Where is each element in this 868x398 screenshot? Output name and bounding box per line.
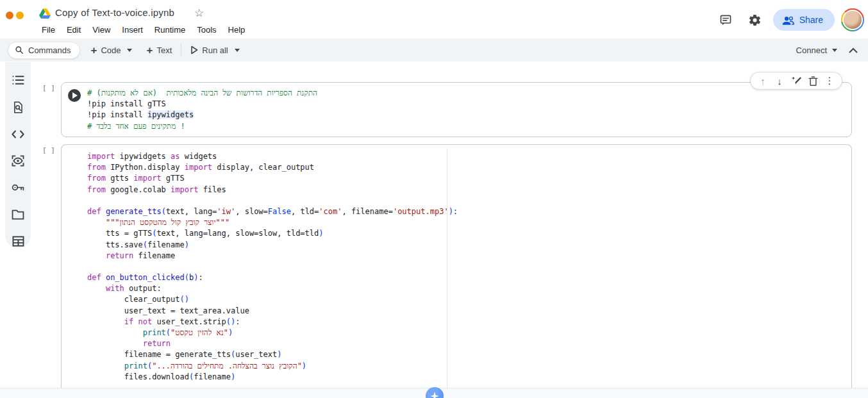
code-line: filename = generate_tts(user_text) bbox=[87, 349, 846, 360]
code-line bbox=[87, 195, 846, 206]
code-line: from IPython.display import display, cle… bbox=[87, 162, 846, 173]
secrets-key-icon[interactable] bbox=[11, 181, 25, 194]
commands-label: Commands bbox=[28, 46, 71, 55]
share-button-label: Share bbox=[799, 15, 823, 25]
code-line: files.download(filename) bbox=[87, 372, 846, 383]
menu-item-insert[interactable]: Insert bbox=[116, 23, 149, 37]
connect-dropdown-caret bbox=[832, 49, 837, 52]
menu-item-file[interactable]: File bbox=[36, 23, 61, 37]
code-line: def generate_tts(text, lang='iw', slow=F… bbox=[87, 206, 846, 217]
more-options-icon[interactable]: ⋮ bbox=[821, 72, 838, 89]
code-cell-1[interactable]: # התקנת הספריות הדרושות של הבינה מלאכותי… bbox=[61, 82, 852, 137]
data-table-icon[interactable] bbox=[11, 235, 25, 248]
toolbar-divider bbox=[181, 44, 181, 56]
variable-inspector-icon[interactable] bbox=[11, 154, 25, 168]
add-text-button[interactable]: + Text bbox=[141, 41, 177, 59]
editor-column-ruler bbox=[447, 149, 447, 398]
files-folder-icon[interactable] bbox=[11, 208, 25, 221]
colab-ring-right bbox=[16, 12, 24, 19]
star-icon[interactable]: ☆ bbox=[194, 6, 204, 20]
code-line: return bbox=[87, 338, 846, 349]
colab-notebook-window: { "header": { "title": "Copy of Text-to-… bbox=[0, 0, 868, 398]
code-line: from google.colab import files bbox=[87, 185, 846, 195]
play-icon bbox=[72, 92, 78, 99]
run-all-button[interactable]: Run all bbox=[185, 41, 233, 59]
share-button[interactable]: Share bbox=[773, 9, 835, 31]
comments-button[interactable] bbox=[714, 8, 737, 31]
code-editor-2[interactable]: import ipywidgets as widgetsfrom IPython… bbox=[87, 151, 846, 383]
code-cell-2[interactable]: import ipywidgets as widgetsfrom IPython… bbox=[61, 144, 852, 398]
commands-button[interactable]: Commands bbox=[8, 42, 80, 59]
code-line: import ipywidgets as widgets bbox=[87, 151, 846, 162]
add-code-dropdown-caret[interactable] bbox=[127, 49, 132, 52]
code-line: !pip install gTTS bbox=[87, 99, 846, 110]
move-cell-up-icon[interactable]: ↑ bbox=[755, 72, 771, 89]
code-line: print("נא להזין טקסט") bbox=[87, 328, 846, 338]
people-icon bbox=[782, 15, 794, 25]
code-line: print("...הקובץ נוצר בהצלחה. מתחילים בהו… bbox=[87, 361, 846, 372]
menu-item-runtime[interactable]: Runtime bbox=[149, 23, 191, 37]
find-replace-icon[interactable] bbox=[11, 101, 25, 114]
code-line: """יוצר קובץ קול מהטקסט הנתון""" bbox=[87, 217, 846, 228]
code-line: return filename bbox=[87, 251, 846, 261]
code-line: # התקנת הספריות הדרושות של הבינה מלאכותי… bbox=[87, 88, 846, 99]
menu-item-tools[interactable]: Tools bbox=[191, 23, 222, 37]
code-line: # מתקינים פעם אחד בלבד ! bbox=[87, 121, 846, 132]
toolbar-right: Connect bbox=[794, 38, 862, 62]
drive-icon bbox=[39, 8, 51, 21]
code-line: if not user_text.strip(): bbox=[87, 317, 846, 328]
code-line: with output: bbox=[87, 283, 846, 294]
play-icon bbox=[190, 46, 198, 54]
notebook-title[interactable]: Copy of Text-to-voice.ipynb bbox=[55, 7, 174, 18]
search-icon bbox=[15, 46, 24, 54]
run-all-dropdown-caret[interactable] bbox=[235, 49, 240, 52]
settings-gear-icon[interactable] bbox=[744, 8, 767, 31]
app-header: Copy of Text-to-voice.ipynb ☆ FileEditVi… bbox=[0, 0, 868, 38]
code-editor-1[interactable]: # התקנת הספריות הדרושות של הבינה מלאכותי… bbox=[87, 88, 846, 132]
add-text-label: Text bbox=[156, 46, 172, 55]
menu-item-help[interactable]: Help bbox=[222, 23, 251, 37]
code-line: !pip install ipywidgets bbox=[87, 110, 846, 120]
header-actions: Share bbox=[714, 6, 864, 33]
add-code-label: Code bbox=[101, 46, 121, 55]
avatar[interactable] bbox=[841, 8, 864, 31]
plus-icon: + bbox=[90, 45, 97, 56]
edit-with-ai-icon[interactable] bbox=[788, 72, 805, 89]
code-snippets-icon[interactable] bbox=[11, 128, 25, 141]
connect-label: Connect bbox=[796, 46, 827, 55]
delete-cell-icon[interactable] bbox=[805, 72, 821, 89]
table-of-contents-icon[interactable] bbox=[11, 74, 25, 87]
collapse-header-chevron-icon[interactable] bbox=[845, 46, 862, 55]
cell-exec-indicator[interactable]: [ ] bbox=[42, 84, 55, 92]
colab-ring-left bbox=[6, 12, 13, 19]
colab-logo-icon[interactable] bbox=[5, 9, 33, 29]
move-cell-down-icon[interactable]: ↓ bbox=[771, 72, 788, 89]
notebook-toolbar: Commands + Code + Text Run all Connect bbox=[0, 38, 868, 62]
code-line: tts = gTTS(text, lang=lang, slow=slow, t… bbox=[87, 228, 846, 239]
code-line: tts.save(filename) bbox=[87, 240, 846, 251]
code-line: clear_output() bbox=[87, 294, 846, 305]
code-line bbox=[87, 261, 846, 272]
cell-toolbar: ↑ ↓ ⋮ bbox=[750, 72, 842, 90]
plus-icon: + bbox=[146, 45, 153, 56]
run-cell-button[interactable] bbox=[68, 89, 81, 102]
menu-bar: FileEditViewInsertRuntimeToolsHelp bbox=[36, 23, 251, 37]
code-line: user_text = text_area.value bbox=[87, 306, 846, 317]
cell-exec-indicator[interactable]: [ ] bbox=[42, 146, 55, 154]
menu-item-view[interactable]: View bbox=[87, 23, 116, 37]
code-line: from gtts import gTTS bbox=[87, 173, 846, 184]
add-code-button[interactable]: + Code bbox=[85, 41, 126, 59]
code-line: def on_button_clicked(b): bbox=[87, 272, 846, 283]
run-all-label: Run all bbox=[202, 46, 228, 55]
left-sidebar bbox=[5, 62, 31, 248]
menu-item-edit[interactable]: Edit bbox=[61, 23, 87, 37]
connect-button[interactable]: Connect bbox=[794, 46, 840, 55]
